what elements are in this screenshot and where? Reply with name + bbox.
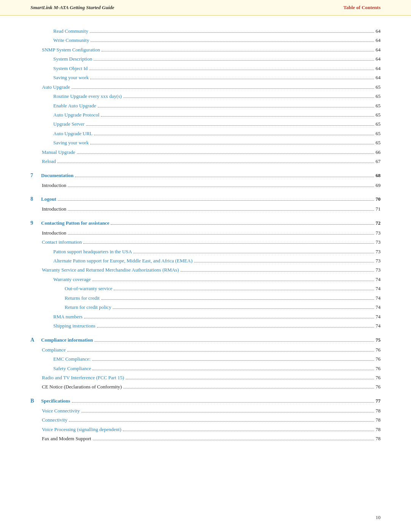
toc-entry-label[interactable]: Alternate Patton support for Europe, Mid… [53,257,193,265]
toc-entry-label[interactable]: Write Community [53,36,89,44]
toc-dots [92,360,374,361]
toc-dots [194,262,374,262]
toc-entry-label[interactable]: Shipping instructions [53,322,96,330]
section-label[interactable]: Contacting Patton for assistance [41,219,109,227]
toc-entry-label[interactable]: Warranty coverage [53,275,91,283]
toc-page: 74 [376,284,381,292]
toc-row: Safety Compliance76 [30,364,381,372]
toc-entry-label[interactable]: Return for credit policy [65,303,111,311]
toc-row: System Description64 [30,55,381,63]
toc-row: Out-of-warranty service74 [30,284,381,292]
toc-row: Introduction71 [30,205,381,213]
toc-row: Read Community64 [30,27,381,35]
toc-entry-label[interactable]: Upgrade Server [53,120,84,128]
toc-row: Patton support headquarters in the USA73 [30,248,381,256]
toc-entry-label[interactable]: Patton support headquarters in the USA [53,248,132,256]
toc-row: Saving your work65 [30,139,381,147]
toc-entry-label[interactable]: Radio and TV Interference (FCC Part 15) [42,374,124,382]
toc-entry-label[interactable]: Warranty Service and Returned Merchandis… [42,266,179,274]
section-number: 7 [30,171,41,180]
toc-entry-label[interactable]: RMA numbers [53,313,83,321]
toc-dots [57,163,374,163]
toc-dots [68,187,374,187]
toc-entry-label[interactable]: Read Community [53,27,88,35]
toc-entry-label[interactable]: Safety Compliance [53,364,91,372]
toc-entry-label[interactable]: SNMP System Configuration [42,46,100,54]
toc-dots [67,351,374,351]
section-label[interactable]: Compliance information [41,336,93,344]
toc-dots [86,125,374,126]
toc-entry-label[interactable]: Compliance [42,346,66,354]
toc-entry-label[interactable]: Auto Upgrade Protocol [53,111,99,119]
toc-entry-label[interactable]: Enable Auto Upgrade [53,102,96,110]
toc-page: 65 [376,83,381,91]
toc-dots [180,271,374,272]
toc-entry-label[interactable]: EMC Compliance: [53,355,91,363]
toc-dots [123,431,374,431]
toc-row: Enable Auto Upgrade65 [30,102,381,110]
toc-dots [123,388,374,388]
toc-page: 74 [376,322,381,330]
toc-entry-label: Introduction [42,205,66,213]
toc-entry-label[interactable]: Auto Upgrade [42,83,70,91]
toc-page: 71 [376,205,381,213]
toc-dots [69,421,374,422]
toc-entry-label[interactable]: Routine Upgrade every xxx day(s) [53,92,122,100]
toc-row: Connectivity78 [30,416,381,424]
toc-row: Compliance76 [30,346,381,354]
toc-row: 8Logout70 [30,195,381,203]
toc-entry-label[interactable]: Voice Connectivity [42,407,80,415]
toc-row: Alternate Patton support for Europe, Mid… [30,257,381,265]
toc-page: 78 [376,425,381,433]
section-number: B [30,396,41,405]
toc-page: 65 [376,102,381,110]
toc-dots [123,97,374,98]
toc-page: 64 [376,73,381,81]
toc-page: 65 [376,120,381,128]
toc-row: Fax and Modem Support78 [30,435,381,443]
toc-entry-label[interactable]: Reload [42,157,56,165]
toc-row: 9Contacting Patton for assistance72 [30,219,381,227]
toc-dots [134,253,374,253]
toc-page: 74 [376,294,381,302]
toc-entry-label[interactable]: Saving your work [53,139,89,147]
toc-entry-label[interactable]: Voice Processing (signalling dependent) [42,425,121,433]
toc-page: 64 [376,55,381,63]
section-number: 8 [30,195,41,203]
toc-page: 64 [376,27,381,35]
toc-page: 76 [376,355,381,363]
toc-entry-label[interactable]: System Description [53,55,92,63]
toc-dots [111,224,374,225]
toc-entry-label[interactable]: Saving your work [53,73,89,81]
toc-dots [92,281,374,281]
toc-page: 73 [376,248,381,256]
toc-entry-label[interactable]: Out-of-warranty service [65,284,112,292]
toc-page: 75 [376,336,381,344]
toc-dots [75,177,374,177]
toc-entry-label[interactable]: Auto Upgrade URL [53,129,92,137]
toc-page: 76 [376,346,381,354]
section-label[interactable]: Documentation [41,171,73,179]
section-label[interactable]: Logout [41,195,56,203]
toc-row: Introduction69 [30,181,381,189]
toc-entry-label[interactable]: Returns for credit [65,294,100,302]
toc-entry-label: Introduction [42,229,66,237]
toc-dots [101,299,374,300]
section-number: 9 [30,219,41,227]
toc-row: Auto Upgrade Protocol65 [30,111,381,119]
toc-row: Routine Upgrade every xxx day(s)65 [30,92,381,100]
toc-entry-label[interactable]: Connectivity [42,416,67,424]
toc-dots [92,370,374,370]
toc-row: System Object Id64 [30,64,381,72]
toc-entry-label[interactable]: Contact information [42,238,82,246]
toc-dots [77,153,374,154]
section-number: A [30,335,41,344]
toc-dots [90,79,374,79]
toc-dots [72,88,374,89]
toc-entry-label[interactable]: System Object Id [53,64,88,72]
toc-page: 78 [376,416,381,424]
section-label[interactable]: Specifications [41,397,70,405]
toc-entry-label[interactable]: Manual Upgrade [42,148,75,156]
toc-dots [83,243,374,244]
toc-row: Shipping instructions74 [30,322,381,330]
